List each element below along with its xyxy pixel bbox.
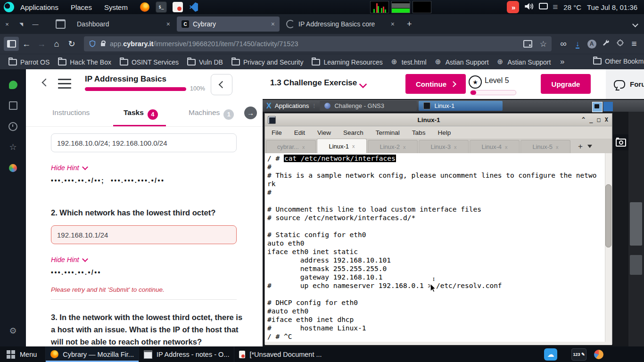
anydesk-tray-icon[interactable]: » (507, 1, 519, 13)
system-menu[interactable]: System (98, 3, 134, 11)
rollup-window-icon[interactable]: ^ (582, 116, 585, 123)
tab-close-icon[interactable]: × (163, 20, 170, 28)
account-extension-icon[interactable]: A (585, 40, 599, 49)
terminal-vertical-scrollbar[interactable] (605, 153, 612, 345)
terminal-tab[interactable]: Linux-1x (317, 139, 367, 153)
q2-hide-hint-toggle[interactable]: Hide Hint (51, 256, 87, 263)
terminal-tab[interactable]: Linux-2x (368, 140, 418, 153)
bookmarks-overflow-icon[interactable]: » (560, 57, 564, 66)
firefox-view-icon[interactable] (56, 19, 66, 29)
list-all-tabs-icon[interactable] (633, 20, 637, 28)
other-bookmarks-folder[interactable]: Other Bookmarks (593, 58, 644, 65)
bookmark-item[interactable]: OSINT Services (120, 58, 179, 66)
terminal-menu-item[interactable]: File (272, 129, 282, 136)
q1-hide-hint-toggle[interactable]: Hide Hint (51, 164, 87, 172)
q2-answer-input[interactable]: 192.168.10.1/24 (51, 225, 237, 244)
bookmark-item[interactable]: Parrot OS (8, 58, 50, 66)
bookmark-item[interactable]: Learning Resources (312, 58, 382, 66)
cpu-monitor-applet[interactable] (370, 1, 389, 13)
menu-grid-icon[interactable] (7, 350, 15, 359)
terminal-new-tab-button[interactable]: + (578, 142, 583, 151)
back-button[interactable]: ← (19, 37, 34, 51)
terminal-menu-item[interactable]: Help (438, 129, 451, 136)
forum-button[interactable]: Forum (606, 69, 644, 99)
firefox-launcher-icon[interactable] (140, 2, 150, 12)
container-mask-icon[interactable]: ∞ (556, 39, 570, 49)
lesson-title[interactable]: 1.3 Challenge Exercise (270, 78, 357, 88)
package-icon[interactable] (8, 100, 18, 111)
app-menu-icon[interactable]: ≡ (627, 39, 641, 49)
lesson-dropdown-icon[interactable] (359, 81, 367, 89)
network-monitor-applet[interactable] (413, 1, 431, 13)
keyboard-indicator-icon[interactable]: 123 ✎ (571, 348, 586, 361)
close-window-icon[interactable]: X (605, 116, 608, 123)
bookmark-item[interactable]: Astian Support (497, 58, 551, 66)
bookmark-item[interactable]: Privacy and Security (231, 58, 304, 66)
close-window-icon[interactable]: × (0, 21, 14, 28)
bookmark-item[interactable]: test.html (391, 58, 427, 66)
home-button[interactable]: ⌂ (49, 37, 64, 51)
terminal-menu-item[interactable]: Tabs (412, 129, 426, 136)
vm-applications-menu[interactable]: Applications (275, 102, 309, 109)
tab-instructions[interactable]: Instructions (52, 108, 90, 117)
applications-menu[interactable]: Applications (14, 3, 65, 11)
tab-tasks[interactable]: Tasks4 (124, 108, 158, 120)
terminal-menu-item[interactable]: Edit (294, 129, 305, 136)
restore-window-icon[interactable]: ◥ (14, 22, 28, 27)
new-tab-button[interactable]: + (401, 19, 418, 29)
terminal-tab[interactable]: Linux-3x (419, 140, 469, 153)
url-bar[interactable]: app.cybrary.it/immersive/19668201/item/7… (84, 36, 552, 51)
tab-close-icon[interactable]: x (556, 144, 559, 150)
vm-screenshot-button[interactable] (613, 134, 629, 150)
tab-machines[interactable]: Machines1 (189, 108, 234, 120)
terminal-launcher-icon[interactable]: $_ (156, 1, 167, 13)
reload-button[interactable]: ↻ (64, 37, 79, 51)
text-editor-launcher-icon[interactable] (173, 2, 183, 12)
vscode-launcher-icon[interactable] (189, 2, 199, 12)
taskbar-item-unsaved-document[interactable]: [*Unsaved Document ... (234, 346, 326, 362)
menu-button[interactable]: Menu (20, 351, 37, 358)
vm-window-linux1[interactable]: Linux-1 (419, 101, 503, 111)
terminal-horizontal-scrollbar[interactable] (265, 342, 606, 345)
tab-close-icon[interactable]: x (505, 144, 508, 150)
sidebar-toggle-button[interactable] (4, 37, 19, 51)
terminal-output[interactable]: / # cat /etc/network/interfaces # # This… (265, 153, 612, 345)
display-tray-icon[interactable] (539, 3, 548, 12)
vm-window-gns3[interactable]: Challenge - GNS3 (320, 101, 417, 111)
places-menu[interactable]: Places (65, 3, 98, 11)
settings-gear-icon[interactable]: ⚙ (8, 326, 18, 336)
terminal-menu-item[interactable]: Terminal (376, 129, 400, 136)
volume-icon[interactable] (524, 2, 534, 12)
maximize-window-icon[interactable]: □ (597, 116, 601, 123)
panel-menu-icon[interactable]: ≡ (553, 2, 558, 12)
browser-tab-dashboard[interactable]: Dashboard × (72, 16, 175, 32)
terminal-tab-dropdown-icon[interactable] (587, 145, 592, 150)
vm-pager-terminal-icon[interactable] (592, 102, 603, 112)
tab-close-icon[interactable]: × (387, 20, 395, 28)
upgrade-button[interactable]: Upgrade (541, 74, 591, 94)
bookmark-item[interactable]: Hack The Box (58, 58, 111, 66)
profile-color-icon[interactable] (8, 163, 18, 173)
bookmark-item[interactable]: Astian Support (435, 58, 489, 66)
wrench-extension-icon[interactable] (599, 39, 613, 49)
terminal-tab[interactable]: Linux-4x (470, 140, 520, 153)
forward-button[interactable]: → (34, 37, 49, 51)
screenshot-icon[interactable] (523, 40, 532, 48)
terminal-menu-item[interactable]: Search (343, 129, 363, 136)
leaf-icon[interactable] (8, 80, 18, 90)
tab-close-icon[interactable]: x (454, 144, 457, 150)
memory-monitor-applet[interactable] (391, 1, 410, 13)
taskbar-item-firefox[interactable]: Cybrary — Mozilla Fir... (45, 346, 139, 362)
parrot-logo-icon[interactable] (4, 2, 14, 12)
tab-close-icon[interactable]: x (403, 144, 406, 150)
taskbar-item-notes[interactable]: IP Address - notes - O... (139, 346, 234, 362)
scrollbar-thumb[interactable] (605, 184, 611, 247)
extensions-puzzle-icon[interactable] (613, 39, 627, 49)
back-chevron-icon[interactable] (42, 79, 50, 87)
lock-icon[interactable] (101, 43, 105, 46)
tab-close-icon[interactable]: x (302, 144, 305, 150)
tab-close-icon[interactable]: × (267, 20, 275, 28)
continue-button[interactable]: Continue (405, 74, 466, 94)
tab-close-icon[interactable]: x (352, 143, 355, 149)
terminal-menu-item[interactable]: View (317, 129, 331, 136)
